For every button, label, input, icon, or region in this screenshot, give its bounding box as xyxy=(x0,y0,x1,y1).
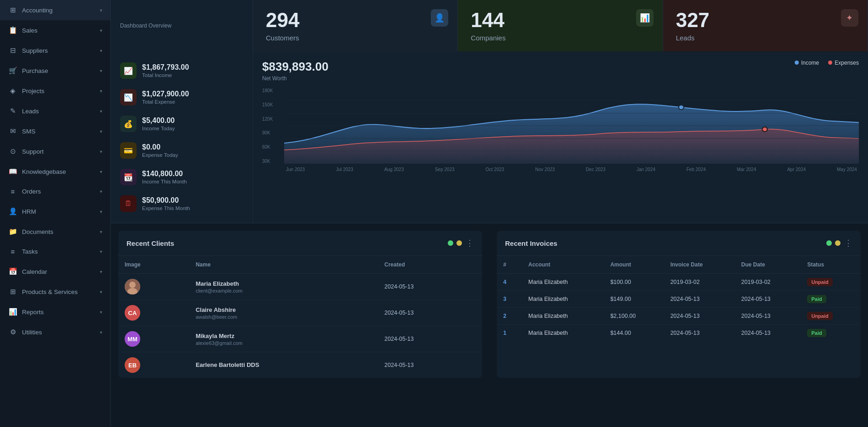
sms-icon: ✉ xyxy=(8,127,17,135)
col-amount: Amount xyxy=(604,256,664,274)
client-name-cell: Mikayla Mertz alexie63@gmail.com xyxy=(189,326,378,352)
panel-controls: ⋮ xyxy=(448,238,474,248)
inv-status: Unpaid xyxy=(801,274,861,291)
client-name-cell: Claire Abshire awalsh@beer.com xyxy=(189,300,378,326)
total-expense-row: 📉 $1,027,900.00 Total Expense xyxy=(120,86,243,108)
chevron-down-icon: ▾ xyxy=(100,189,102,194)
calendar-icon: 📅 xyxy=(8,267,17,276)
status-badge: Paid xyxy=(807,329,826,337)
client-name: Earlene Bartoletti DDS xyxy=(196,361,372,368)
sidebar-item-sms[interactable]: ✉ SMS ▾ xyxy=(0,121,110,141)
chart-svg-wrapper: Jun 2023 Jul 2023 Aug 2023 Sep 2023 Oct … xyxy=(284,88,859,172)
projects-icon: ◈ xyxy=(8,87,17,95)
sidebar-item-utilities[interactable]: ⚙ Utilities ▾ xyxy=(0,322,110,342)
sidebar-item-purchase[interactable]: 🛒 Purchase ▾ xyxy=(0,61,110,81)
expense-month-info: $50,900.00 Expense This Month xyxy=(142,196,190,211)
chevron-down-icon: ▾ xyxy=(100,28,102,33)
inv-invoice-date: 2024-05-13 xyxy=(664,308,735,325)
table-row: EB Earlene Bartoletti DDS 2024-05-13 xyxy=(118,352,482,378)
chevron-down-icon: ▾ xyxy=(100,48,102,53)
sidebar: ⊞ Accounting ▾ 📋 Sales ▾ ⊟ Suppliers ▾ 🛒… xyxy=(0,0,111,427)
inv-amount: $149.00 xyxy=(604,291,664,308)
sidebar-item-label: Orders xyxy=(22,188,95,195)
total-income-row: 📈 $1,867,793.00 Total Income xyxy=(120,60,243,82)
client-name-cell: Earlene Bartoletti DDS xyxy=(189,352,378,378)
x-axis-labels: Jun 2023 Jul 2023 Aug 2023 Sep 2023 Oct … xyxy=(284,167,859,172)
client-avatar-cell: EB xyxy=(118,352,189,378)
inv-account: Maria Elizabeth xyxy=(522,291,604,308)
chevron-down-icon: ▾ xyxy=(100,269,102,274)
tasks-icon: ≡ xyxy=(8,248,17,255)
panel-menu-button[interactable]: ⋮ xyxy=(844,238,852,248)
panel-menu-button[interactable]: ⋮ xyxy=(466,238,474,248)
sales-icon: 📋 xyxy=(8,26,17,34)
avatar: EB xyxy=(125,357,140,373)
sidebar-item-knowledgebase[interactable]: 📖 Knowledgebase ▾ xyxy=(0,161,110,182)
chevron-down-icon: ▾ xyxy=(100,209,102,214)
avatar: MM xyxy=(125,331,140,347)
table-row: 3 Maria Elizabeth $149.00 2024-05-13 202… xyxy=(497,291,861,308)
panel-controls: ⋮ xyxy=(826,238,852,248)
inv-status: Unpaid xyxy=(801,308,861,325)
total-expense-info: $1,027,900.00 Total Expense xyxy=(142,90,189,105)
sidebar-item-sales[interactable]: 📋 Sales ▾ xyxy=(0,20,110,40)
inv-account: Maria Elizabeth xyxy=(522,308,604,325)
sidebar-item-accounting[interactable]: ⊞ Accounting ▾ xyxy=(0,0,110,20)
sidebar-item-suppliers[interactable]: ⊟ Suppliers ▾ xyxy=(0,40,110,61)
left-financial-stats: 📈 $1,867,793.00 Total Income 📉 $1,027,90… xyxy=(111,51,253,223)
col-created: Created xyxy=(378,256,482,274)
sidebar-item-documents[interactable]: 📁 Documents ▾ xyxy=(0,222,110,242)
stat-card-leads: 327 Leads ✦ xyxy=(663,0,868,51)
sidebar-item-projects[interactable]: ◈ Projects ▾ xyxy=(0,81,110,101)
chevron-down-icon: ▾ xyxy=(100,289,102,294)
sidebar-item-calendar[interactable]: 📅 Calendar ▾ xyxy=(0,261,110,282)
col-account: Account xyxy=(522,256,604,274)
total-income-icon: 📈 xyxy=(120,62,137,79)
leads-icon: ✦ xyxy=(841,9,858,27)
chevron-down-icon: ▾ xyxy=(100,149,102,154)
sidebar-item-label: Projects xyxy=(22,88,95,94)
inv-account: Maria Elizabeth xyxy=(522,274,604,291)
recent-clients-table: Image Name Created xyxy=(118,256,482,378)
reports-icon: 📊 xyxy=(8,308,17,316)
chart-container: 30K 60K 90K 120K 150K 180K xyxy=(262,88,859,172)
sidebar-item-label: Utilities xyxy=(22,329,95,336)
total-income-info: $1,867,793.00 Total Income xyxy=(142,63,189,78)
inv-status: Paid xyxy=(801,291,861,308)
client-name: Mikayla Mertz xyxy=(196,333,372,339)
main-content: Dashboard Overview 294 Customers 👤 144 C… xyxy=(111,0,868,427)
sidebar-item-label: Leads xyxy=(22,108,95,115)
client-created: 2024-05-13 xyxy=(378,326,482,352)
customers-label: Customers xyxy=(266,34,445,42)
client-name: Claire Abshire xyxy=(196,306,372,313)
sidebar-item-orders[interactable]: ≡ Orders ▾ xyxy=(0,182,110,201)
total-income-label: Total Income xyxy=(142,72,189,78)
status-badge: Unpaid xyxy=(807,278,832,286)
total-expense-label: Total Expense xyxy=(142,99,189,105)
expense-today-row: 💳 $0.00 Expense Today xyxy=(120,139,243,161)
sidebar-item-tasks[interactable]: ≡ Tasks ▾ xyxy=(0,242,110,261)
client-avatar-cell: MM xyxy=(118,326,189,352)
sidebar-item-support[interactable]: ⊙ Support ▾ xyxy=(0,141,110,161)
sidebar-item-reports[interactable]: 📊 Reports ▾ xyxy=(0,302,110,322)
sidebar-item-products-services[interactable]: ⊞ Products & Services ▾ xyxy=(0,282,110,302)
sidebar-item-label: Accounting xyxy=(22,7,95,14)
suppliers-icon: ⊟ xyxy=(8,46,17,55)
table-row: MM Mikayla Mertz alexie63@gmail.com 2024… xyxy=(118,326,482,352)
table-row: 4 Maria Elizabeth $100.00 2019-03-02 201… xyxy=(497,274,861,291)
client-email: awalsh@beer.com xyxy=(196,314,372,320)
purchase-icon: 🛒 xyxy=(8,67,17,75)
sidebar-item-label: Suppliers xyxy=(22,47,95,54)
companies-label: Companies xyxy=(471,34,649,42)
green-dot xyxy=(448,240,453,246)
expense-month-row: 🗓 $50,900.00 Expense This Month xyxy=(120,193,243,215)
net-worth-amount: $839,893.00 xyxy=(262,60,859,74)
sidebar-item-leads[interactable]: ✎ Leads ▾ xyxy=(0,101,110,121)
client-name: Maria Elizabeth xyxy=(196,280,372,287)
client-created: 2024-05-13 xyxy=(378,274,482,300)
inv-status: Paid xyxy=(801,325,861,342)
client-created: 2024-05-13 xyxy=(378,300,482,326)
leads-number: 327 xyxy=(676,10,855,30)
col-status: Status xyxy=(801,256,861,274)
sidebar-item-hrm[interactable]: 👤 HRM ▾ xyxy=(0,201,110,222)
